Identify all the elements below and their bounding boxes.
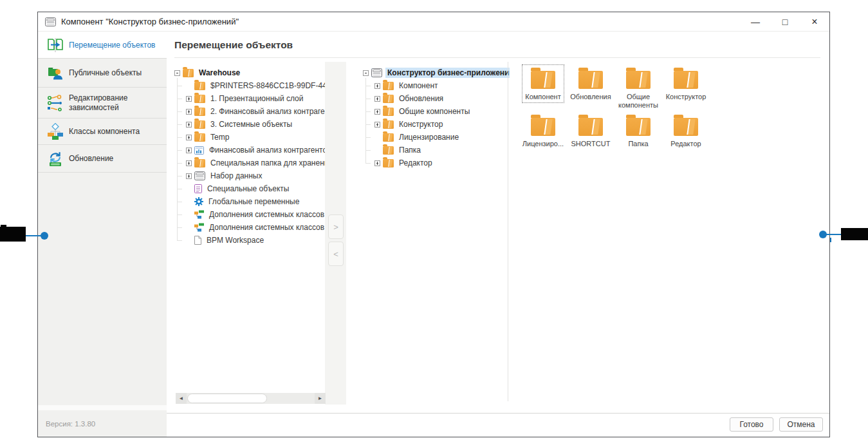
folder-icon [383, 95, 394, 103]
horizontal-scrollbar[interactable]: ◄ ► [176, 393, 326, 404]
scroll-right-icon: ► [318, 395, 323, 401]
folder-item[interactable]: Папка [614, 111, 662, 158]
tree-node-label: Компонент [397, 81, 440, 91]
expand-icon[interactable] [374, 160, 380, 166]
sidebar-item-update[interactable]: Обновление [38, 145, 167, 173]
tree-node[interactable]: BPM Workspace [174, 234, 326, 247]
sidebar-item-component-classes[interactable]: Классы компонента [38, 119, 167, 145]
callout-line-left [26, 235, 42, 236]
tree-node-label: Конструктор бизнес-приложений [385, 68, 510, 78]
tree-node-label: Редактор [397, 158, 434, 168]
chart-icon [194, 146, 204, 155]
move-objects-icon [46, 37, 65, 53]
tree-node-label: Лицензирование [397, 132, 461, 142]
source-tree: Warehouse $PRINTERS-8846CC1B-99DF-446F-A… [174, 66, 326, 261]
folder-icon [194, 108, 205, 116]
tree-node[interactable]: Конструктор бизнес-приложений [363, 66, 510, 79]
expand-icon[interactable] [186, 96, 192, 102]
tree-node[interactable]: Редактор [363, 157, 510, 169]
maximize-icon[interactable]: □ [770, 12, 800, 31]
tree-node-label: Temp [208, 132, 231, 142]
callout-dot-left [41, 232, 48, 240]
tree-node[interactable]: 3. Системные объекты [174, 118, 326, 131]
expand-icon[interactable] [374, 96, 380, 102]
tree-node[interactable]: Глобальные переменные [174, 195, 326, 208]
tree-node[interactable]: Папка [363, 144, 510, 157]
folder-item[interactable]: Лицензиро... [519, 111, 567, 158]
tree-node[interactable]: Лицензирование [363, 131, 510, 144]
expand-icon[interactable] [374, 83, 380, 89]
scrollbar-thumb[interactable] [187, 394, 267, 403]
tree-node[interactable]: Общие компоненты [363, 105, 510, 118]
folder-icon [674, 71, 698, 89]
close-icon[interactable]: × [800, 12, 829, 31]
tree-node[interactable]: Конструктор [363, 118, 510, 131]
expand-icon[interactable] [374, 122, 380, 128]
sidebar-item-move-objects[interactable]: Перемещение объектов [38, 32, 167, 59]
collapse-icon[interactable] [174, 70, 180, 76]
tree-node[interactable]: 2. Финансовый анализ контрагентов [174, 105, 326, 118]
folder-item[interactable]: Общие компоненты [614, 64, 662, 111]
sidebar-item-edit-dependencies[interactable]: Редактирование зависимостей [38, 88, 167, 119]
class-blocks-icon [194, 223, 204, 232]
folder-icon [194, 159, 205, 167]
move-left-button[interactable]: < [328, 242, 344, 266]
tree-node[interactable]: Temp [174, 131, 326, 144]
tree-node[interactable]: Набор данных [174, 169, 326, 182]
tree-node-label: Общие компоненты [397, 106, 472, 117]
update-icon [46, 150, 65, 167]
tree-node[interactable]: Специальные объекты [174, 182, 326, 195]
target-tree: Конструктор бизнес-приложений Компонент … [363, 66, 510, 176]
expand-icon[interactable] [186, 148, 192, 153]
app-icon [45, 17, 56, 26]
tree-node[interactable]: Финансовый анализ контрагентов [174, 144, 326, 157]
sidebar-footer-gap [38, 405, 167, 410]
expand-icon[interactable] [186, 109, 192, 115]
tree-node[interactable]: 1. Презентационный слой [174, 92, 326, 105]
folder-item-label: SHORTCUT [571, 140, 611, 148]
sidebar-item-label: Публичные объекты [69, 68, 142, 77]
expand-icon[interactable] [186, 160, 192, 166]
scroll-left-button[interactable]: ◄ [176, 393, 187, 404]
scroll-right-button[interactable]: ► [315, 393, 326, 404]
expand-icon[interactable] [186, 173, 192, 179]
folder-item[interactable]: SHORTCUT [567, 111, 614, 158]
expand-icon[interactable] [186, 135, 192, 140]
sidebar-item-public-objects[interactable]: Публичные объекты [38, 59, 167, 88]
tree-node-label: Глобальные переменные [207, 196, 301, 207]
tree-node[interactable]: Обновления [363, 92, 510, 105]
folder-icon [383, 133, 394, 142]
minimize-icon[interactable]: — [741, 12, 770, 31]
tree-node[interactable]: Дополнения системных классов [174, 208, 326, 221]
folder-icon [194, 82, 205, 90]
folder-icon [383, 146, 394, 155]
title-bar[interactable]: Компонент "Конструктор бизнес-приложений… [38, 12, 829, 32]
folder-icon [674, 118, 698, 136]
folder-item[interactable]: Редактор [662, 111, 710, 158]
done-button[interactable]: Готово [730, 417, 773, 432]
redacted-label-left [0, 227, 26, 242]
tree-node[interactable]: $PRINTERS-8846CC1B-99DF-446F-AF3 [174, 79, 326, 92]
folder-icon [383, 120, 394, 129]
folder-item[interactable]: Компонент [519, 64, 567, 111]
window-controls: — □ × [741, 12, 829, 31]
folder-item-label: Редактор [670, 140, 701, 148]
tree-node[interactable]: Дополнения системных классов [174, 221, 326, 234]
tree-node[interactable]: Специальная папка для хранения ко [174, 157, 326, 169]
expand-icon[interactable] [374, 109, 380, 115]
tree-node-label: Конструктор [397, 119, 445, 129]
collapse-icon[interactable] [363, 70, 369, 76]
folder-item[interactable]: Обновления [567, 64, 614, 111]
folder-icon [194, 133, 205, 142]
folder-item[interactable]: Конструктор [662, 64, 710, 111]
tree-node-label: $PRINTERS-8846CC1B-99DF-446F-AF3 [208, 81, 326, 91]
tree-node[interactable]: Warehouse [174, 66, 326, 79]
scrollbar-track[interactable] [187, 393, 315, 404]
cancel-button[interactable]: Отмена [779, 417, 823, 432]
move-right-button[interactable]: > [328, 214, 344, 239]
tree-node-label: 3. Системные объекты [208, 119, 294, 129]
expand-icon[interactable] [186, 122, 192, 128]
sidebar: Перемещение объектов Публичные объекты Р… [38, 32, 167, 437]
folder-icon [383, 108, 394, 116]
tree-node[interactable]: Компонент [363, 79, 510, 92]
